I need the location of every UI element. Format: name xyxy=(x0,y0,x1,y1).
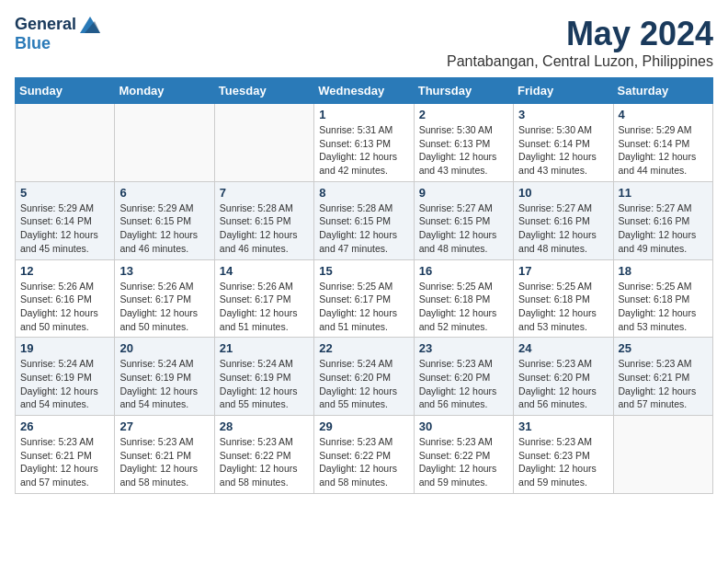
table-row: 5Sunrise: 5:29 AM Sunset: 6:14 PM Daylig… xyxy=(16,181,115,259)
day-number: 9 xyxy=(419,186,508,200)
day-info: Sunrise: 5:23 AM Sunset: 6:21 PM Dayligh… xyxy=(619,357,708,411)
table-row: 30Sunrise: 5:23 AM Sunset: 6:22 PM Dayli… xyxy=(414,416,513,494)
day-info: Sunrise: 5:24 AM Sunset: 6:19 PM Dayligh… xyxy=(220,357,309,411)
header-wednesday: Wednesday xyxy=(314,78,414,104)
table-row: 25Sunrise: 5:23 AM Sunset: 6:21 PM Dayli… xyxy=(613,338,712,416)
day-number: 2 xyxy=(419,108,508,121)
day-info: Sunrise: 5:23 AM Sunset: 6:22 PM Dayligh… xyxy=(319,435,408,489)
day-info: Sunrise: 5:26 AM Sunset: 6:17 PM Dayligh… xyxy=(119,280,209,334)
day-number: 29 xyxy=(319,419,408,433)
day-info: Sunrise: 5:23 AM Sunset: 6:20 PM Dayligh… xyxy=(518,357,608,411)
day-info: Sunrise: 5:27 AM Sunset: 6:15 PM Dayligh… xyxy=(419,201,508,256)
day-info: Sunrise: 5:24 AM Sunset: 6:19 PM Dayligh… xyxy=(119,357,209,411)
header-sunday: Sunday xyxy=(16,78,115,104)
day-number: 8 xyxy=(319,186,408,200)
table-row: 7Sunrise: 5:28 AM Sunset: 6:15 PM Daylig… xyxy=(214,181,313,259)
day-number: 14 xyxy=(220,264,309,278)
logo: General Blue xyxy=(15,15,100,53)
table-row: 15Sunrise: 5:25 AM Sunset: 6:17 PM Dayli… xyxy=(314,259,414,338)
day-info: Sunrise: 5:25 AM Sunset: 6:17 PM Dayligh… xyxy=(319,280,408,334)
logo-icon xyxy=(80,17,100,33)
calendar-header-row: Sunday Monday Tuesday Wednesday Thursday… xyxy=(16,78,713,104)
table-row: 16Sunrise: 5:25 AM Sunset: 6:18 PM Dayli… xyxy=(414,259,513,338)
day-number: 22 xyxy=(319,341,408,355)
day-info: Sunrise: 5:28 AM Sunset: 6:15 PM Dayligh… xyxy=(220,201,309,256)
day-info: Sunrise: 5:23 AM Sunset: 6:22 PM Dayligh… xyxy=(419,435,508,489)
table-row: 1Sunrise: 5:31 AM Sunset: 6:13 PM Daylig… xyxy=(314,104,414,182)
location-title: Pantabangan, Central Luzon, Philippines xyxy=(447,53,713,70)
day-info: Sunrise: 5:23 AM Sunset: 6:20 PM Dayligh… xyxy=(419,357,508,411)
day-number: 10 xyxy=(518,186,608,200)
day-info: Sunrise: 5:29 AM Sunset: 6:14 PM Dayligh… xyxy=(20,201,109,256)
month-title: May 2024 xyxy=(447,15,713,53)
table-row: 4Sunrise: 5:29 AM Sunset: 6:14 PM Daylig… xyxy=(613,104,712,182)
day-info: Sunrise: 5:25 AM Sunset: 6:18 PM Dayligh… xyxy=(419,280,508,334)
day-number: 19 xyxy=(20,341,109,355)
header-monday: Monday xyxy=(115,78,214,104)
day-info: Sunrise: 5:25 AM Sunset: 6:18 PM Dayligh… xyxy=(619,280,708,334)
day-number: 6 xyxy=(119,186,209,200)
table-row: 31Sunrise: 5:23 AM Sunset: 6:23 PM Dayli… xyxy=(514,416,613,494)
day-number: 27 xyxy=(119,419,209,433)
day-info: Sunrise: 5:28 AM Sunset: 6:15 PM Dayligh… xyxy=(319,201,408,256)
logo-general-text: General xyxy=(15,15,76,34)
table-row: 11Sunrise: 5:27 AM Sunset: 6:16 PM Dayli… xyxy=(613,181,712,259)
day-info: Sunrise: 5:24 AM Sunset: 6:20 PM Dayligh… xyxy=(319,357,408,411)
table-row: 2Sunrise: 5:30 AM Sunset: 6:13 PM Daylig… xyxy=(414,104,513,182)
day-info: Sunrise: 5:23 AM Sunset: 6:21 PM Dayligh… xyxy=(119,435,209,489)
header-tuesday: Tuesday xyxy=(214,78,313,104)
table-row: 3Sunrise: 5:30 AM Sunset: 6:14 PM Daylig… xyxy=(514,104,613,182)
calendar-week-row: 19Sunrise: 5:24 AM Sunset: 6:19 PM Dayli… xyxy=(16,338,713,416)
header-saturday: Saturday xyxy=(613,78,712,104)
table-row: 9Sunrise: 5:27 AM Sunset: 6:15 PM Daylig… xyxy=(414,181,513,259)
logo-blue-text: Blue xyxy=(15,34,51,52)
day-info: Sunrise: 5:30 AM Sunset: 6:14 PM Dayligh… xyxy=(518,123,608,178)
day-number: 23 xyxy=(419,341,508,355)
table-row: 19Sunrise: 5:24 AM Sunset: 6:19 PM Dayli… xyxy=(16,338,115,416)
table-row: 28Sunrise: 5:23 AM Sunset: 6:22 PM Dayli… xyxy=(214,416,313,494)
calendar-week-row: 12Sunrise: 5:26 AM Sunset: 6:16 PM Dayli… xyxy=(16,259,713,338)
table-row: 17Sunrise: 5:25 AM Sunset: 6:18 PM Dayli… xyxy=(514,259,613,338)
calendar-week-row: 26Sunrise: 5:23 AM Sunset: 6:21 PM Dayli… xyxy=(16,416,713,494)
day-number: 16 xyxy=(419,264,508,278)
table-row: 20Sunrise: 5:24 AM Sunset: 6:19 PM Dayli… xyxy=(115,338,214,416)
table-row xyxy=(115,104,214,182)
day-info: Sunrise: 5:26 AM Sunset: 6:16 PM Dayligh… xyxy=(20,280,109,334)
header-friday: Friday xyxy=(514,78,613,104)
day-info: Sunrise: 5:31 AM Sunset: 6:13 PM Dayligh… xyxy=(319,123,408,178)
header: General Blue May 2024 Pantabangan, Centr… xyxy=(15,15,713,70)
day-number: 5 xyxy=(20,186,109,200)
day-info: Sunrise: 5:23 AM Sunset: 6:23 PM Dayligh… xyxy=(518,435,608,489)
table-row xyxy=(214,104,313,182)
day-number: 21 xyxy=(220,341,309,355)
day-number: 12 xyxy=(20,264,109,278)
day-number: 4 xyxy=(619,108,708,121)
table-row xyxy=(16,104,115,182)
calendar-week-row: 5Sunrise: 5:29 AM Sunset: 6:14 PM Daylig… xyxy=(16,181,713,259)
day-number: 11 xyxy=(619,186,708,200)
day-info: Sunrise: 5:26 AM Sunset: 6:17 PM Dayligh… xyxy=(220,280,309,334)
table-row: 21Sunrise: 5:24 AM Sunset: 6:19 PM Dayli… xyxy=(214,338,313,416)
calendar: Sunday Monday Tuesday Wednesday Thursday… xyxy=(15,77,713,494)
day-info: Sunrise: 5:23 AM Sunset: 6:22 PM Dayligh… xyxy=(220,435,309,489)
day-number: 20 xyxy=(119,341,209,355)
day-info: Sunrise: 5:29 AM Sunset: 6:14 PM Dayligh… xyxy=(619,123,708,178)
table-row: 10Sunrise: 5:27 AM Sunset: 6:16 PM Dayli… xyxy=(514,181,613,259)
day-number: 17 xyxy=(518,264,608,278)
day-info: Sunrise: 5:27 AM Sunset: 6:16 PM Dayligh… xyxy=(518,201,608,256)
day-number: 31 xyxy=(518,419,608,433)
table-row: 18Sunrise: 5:25 AM Sunset: 6:18 PM Dayli… xyxy=(613,259,712,338)
table-row: 6Sunrise: 5:29 AM Sunset: 6:15 PM Daylig… xyxy=(115,181,214,259)
day-info: Sunrise: 5:29 AM Sunset: 6:15 PM Dayligh… xyxy=(119,201,209,256)
table-row: 23Sunrise: 5:23 AM Sunset: 6:20 PM Dayli… xyxy=(414,338,513,416)
table-row: 8Sunrise: 5:28 AM Sunset: 6:15 PM Daylig… xyxy=(314,181,414,259)
day-number: 13 xyxy=(119,264,209,278)
day-number: 15 xyxy=(319,264,408,278)
day-number: 30 xyxy=(419,419,508,433)
day-number: 1 xyxy=(319,108,408,121)
day-number: 25 xyxy=(619,341,708,355)
day-number: 24 xyxy=(518,341,608,355)
day-info: Sunrise: 5:23 AM Sunset: 6:21 PM Dayligh… xyxy=(20,435,109,489)
header-thursday: Thursday xyxy=(414,78,513,104)
day-info: Sunrise: 5:25 AM Sunset: 6:18 PM Dayligh… xyxy=(518,280,608,334)
